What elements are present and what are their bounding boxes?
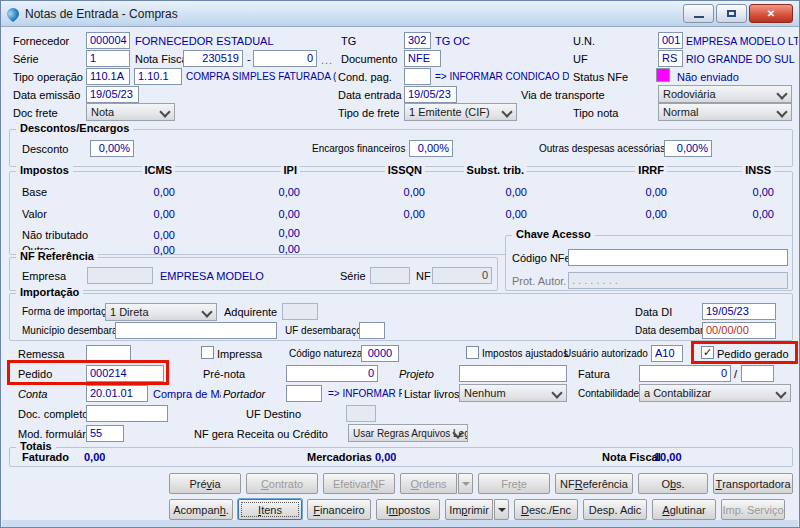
tipo-operacao-code2-field[interactable]: 1.10.1 — [134, 68, 182, 85]
itens-button[interactable]: Itens — [238, 499, 302, 520]
fatura-parcela-field[interactable] — [741, 365, 774, 382]
maximize-button[interactable] — [716, 4, 747, 23]
nota-fiscal-sub-field[interactable]: 0 — [253, 50, 317, 67]
titlebar: Notas de Entrada - Compras ✕ — [1, 1, 799, 27]
tg-code-field[interactable]: 302 — [404, 32, 431, 49]
prot-autor-label: Prot. Autor. — [512, 275, 566, 287]
uf-desembaraco-field[interactable] — [359, 322, 385, 339]
portador-field[interactable] — [286, 385, 322, 402]
pre-nota-field[interactable]: 0 — [286, 365, 378, 382]
impostos-ajustados-checkbox[interactable] — [466, 346, 479, 359]
adquirente-field[interactable] — [282, 303, 318, 320]
nota-fiscal-more-button[interactable]: ... — [321, 54, 333, 66]
fornecedor-code-field[interactable]: 000004 — [86, 32, 130, 49]
maximize-icon — [727, 10, 736, 17]
efetivar-nf-button[interactable]: Efetivar NF — [323, 473, 395, 494]
fatura-field[interactable]: 0 — [639, 365, 731, 382]
impostos-cell: 0,00 — [154, 186, 175, 198]
usuario-autorizado-field[interactable]: A10 — [651, 345, 683, 362]
tipo-frete-combobox[interactable]: 1 Emitente (CIF) — [404, 103, 517, 121]
minimize-button[interactable] — [683, 4, 714, 23]
data-di-field[interactable]: 19/05/23 — [702, 303, 776, 320]
remessa-field[interactable] — [86, 345, 131, 362]
impostos-button[interactable]: Impostos — [376, 499, 440, 520]
nfref-serie-field[interactable] — [370, 267, 410, 284]
imprimir-dropdown-button[interactable] — [494, 499, 509, 520]
nf-gera-combobox[interactable]: Usar Regras Arquivos Legais — [348, 424, 468, 442]
data-entrada-field[interactable]: 19/05/23 — [404, 86, 457, 103]
ordens-button[interactable]: Ordens — [400, 473, 457, 494]
imprimir-button[interactable]: Imprimir — [445, 499, 493, 520]
nf-referencia-title: NF Referência — [16, 250, 98, 262]
un-code-field[interactable]: 001 — [658, 32, 683, 49]
outras-despesas-field[interactable]: 0,00% — [664, 140, 712, 157]
uf-destino-field[interactable] — [346, 405, 376, 422]
dropdown-arrow-icon — [498, 508, 506, 512]
forma-importacao-combobox[interactable]: 1 Direta — [105, 303, 217, 321]
status-nfe-value: Não enviado — [677, 71, 739, 83]
window-title: Notas de Entrada - Compras — [25, 7, 178, 21]
ordens-split-button: Ordens — [400, 473, 473, 494]
listar-livros-combobox[interactable]: Nenhum — [459, 384, 567, 402]
nota-fiscal-total-value: 10,00 — [654, 451, 682, 463]
tipo-nota-combobox[interactable]: Normal — [658, 103, 792, 121]
contrato-button[interactable]: Contrato — [246, 473, 318, 494]
nota-fiscal-field[interactable]: 230519 — [183, 50, 243, 67]
data-emissao-field[interactable]: 19/05/23 — [86, 86, 139, 103]
close-button[interactable]: ✕ — [749, 4, 793, 23]
imp-servico-button[interactable]: Imp. Serviço — [721, 499, 785, 520]
desconto-label: Desconto — [22, 143, 68, 155]
impostos-col-icms: ICMS — [142, 164, 176, 176]
impressa-checkbox[interactable] — [201, 346, 214, 359]
via-transporte-combobox[interactable]: Rodoviária — [658, 85, 792, 103]
financeiro-button[interactable]: Financeiro — [307, 499, 371, 520]
data-desembaraco-field[interactable]: 00/00/00 — [702, 322, 776, 339]
via-transporte-label: Via de transporte — [521, 89, 605, 101]
nota-fiscal-total-label: Nota Fiscal — [602, 451, 661, 463]
desconto-field[interactable]: 0,00% — [90, 140, 134, 157]
contabilidade-combobox[interactable]: a Contabilizar — [639, 384, 791, 402]
nf-referencia-button[interactable]: NF Referência — [555, 473, 633, 494]
tipo-operacao-code1-field[interactable]: 110.1A — [86, 68, 130, 85]
ordens-dropdown-button[interactable] — [458, 473, 473, 494]
doc-completo-field[interactable] — [86, 405, 168, 422]
pedido-gerado-checkbox[interactable]: ✓ — [701, 346, 714, 359]
chevron-down-icon — [551, 387, 562, 398]
impostos-ajustados-label: Impostos ajustados — [482, 348, 568, 359]
mod-formulario-label: Mod. formulário — [18, 428, 94, 440]
desc-enc-button[interactable]: Desc./Enc — [514, 499, 578, 520]
mercadorias-value: 0,00 — [375, 451, 396, 463]
uf-destino-label: UF Destino — [246, 408, 301, 420]
obs-button[interactable]: Obs. — [638, 473, 708, 494]
nfref-empresa-label: Empresa — [22, 270, 66, 282]
codigo-nfe-field[interactable] — [568, 249, 788, 266]
serie-field[interactable]: 1 — [86, 50, 130, 67]
status-nfe-label: Status NFe — [573, 71, 628, 83]
frete-button[interactable]: Frete — [478, 473, 550, 494]
mod-formulario-field[interactable]: 55 — [86, 425, 124, 442]
doc-frete-combobox[interactable]: Nota — [86, 103, 175, 121]
uf-desembaraco-label: UF desembaraço — [285, 325, 362, 336]
remessa-label: Remessa — [18, 348, 64, 360]
municipio-desembaraco-field[interactable] — [115, 322, 277, 339]
documento-field[interactable]: NFE — [404, 50, 441, 67]
acompanh-button[interactable]: Acompanh. — [169, 499, 233, 520]
desp-adic-button[interactable]: Desp. Adic — [583, 499, 647, 520]
conta-field[interactable]: 20.01.01 — [86, 385, 148, 402]
uf-code-field[interactable]: RS — [658, 50, 683, 67]
projeto-field[interactable] — [459, 365, 567, 382]
usuario-autorizado-label: Usuário autorizado — [564, 348, 648, 359]
codigo-natureza-field[interactable]: 0000 — [361, 345, 399, 362]
aglutinar-button[interactable]: Aglutinar — [652, 499, 716, 520]
pedido-field[interactable]: 000214 — [86, 365, 164, 382]
encargos-financeiros-field[interactable]: 0,00% — [409, 140, 453, 157]
previa-button[interactable]: Prévia — [169, 473, 241, 494]
transportadora-button[interactable]: Transportadora — [713, 473, 793, 494]
tipo-nota-label: Tipo nota — [573, 107, 618, 119]
nfref-empresa-field[interactable] — [87, 267, 153, 284]
nfref-nf-field[interactable]: 0 — [432, 267, 492, 284]
cond-pag-field[interactable] — [404, 68, 431, 85]
totais-group: Totais Faturado 0,00 Mercadorias 0,00 No… — [9, 447, 793, 467]
adquirente-label: Adquirente — [224, 306, 277, 318]
cond-pag-hint: => INFORMAR CONDICAO DE PA — [435, 71, 569, 82]
